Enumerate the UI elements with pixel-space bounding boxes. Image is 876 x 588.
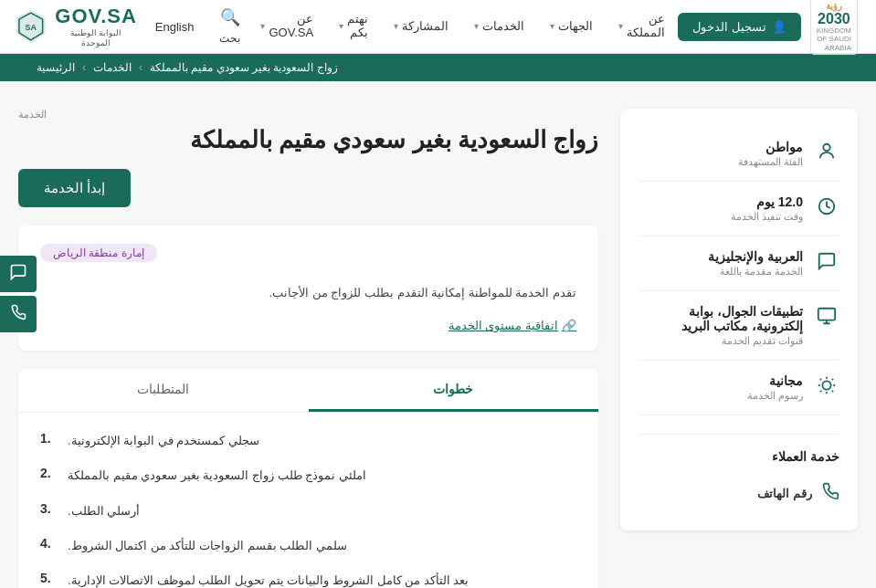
nav-label: الجهات bbox=[558, 19, 593, 33]
sidebar-item-channels: تطبيقات الجوال، بوابة إلكترونية، مكاتب ا… bbox=[639, 291, 839, 361]
sidebar-item-language: العربية والإنجليزية الخدمة مقدمة باللغة bbox=[639, 236, 839, 291]
tabs-header: خطوات المتطلبات bbox=[18, 369, 598, 413]
sidebar-item-fee: مجانية رسوم الخدمة bbox=[639, 361, 839, 415]
target-sublabel: الفئة المستهدفة bbox=[639, 156, 803, 168]
target-label: مواطن bbox=[639, 140, 803, 154]
cs-phone-item: رقم الهاتف bbox=[639, 475, 839, 512]
breadcrumb-sep: › bbox=[82, 61, 86, 74]
svg-rect-3 bbox=[818, 309, 835, 320]
tab-requirements[interactable]: المتطلبات bbox=[18, 369, 309, 412]
floating-side bbox=[0, 256, 37, 332]
breadcrumb-sep: › bbox=[139, 61, 142, 74]
step-item: .3 أرسلي الطلب. bbox=[40, 501, 576, 521]
breadcrumb-item-services[interactable]: الخدمات bbox=[93, 61, 132, 74]
nav-item-participation[interactable]: المشاركة ▾ bbox=[381, 0, 461, 54]
main-nav: عن المملكة ▾ الجهات ▾ الخدمات ▾ المشاركة… bbox=[248, 0, 678, 54]
step-item: .1 سجلي كمستخدم في البوابة الإلكترونية. bbox=[40, 431, 576, 451]
external-link-icon: 🔗 bbox=[562, 319, 576, 332]
start-service-button[interactable]: إبدأ الخدمة bbox=[18, 169, 131, 207]
svg-point-1 bbox=[823, 144, 829, 151]
tab-steps[interactable]: خطوات bbox=[309, 369, 599, 412]
main-content: الخدمة زواج السعودية بغير سعودي مقيم بال… bbox=[18, 109, 598, 588]
main-container: مواطن الفئة المستهدفة 12.0 يوم وقت تنفيذ… bbox=[0, 81, 876, 588]
nav-item-services[interactable]: الخدمات ▾ bbox=[461, 0, 537, 54]
govsa-subtitle: البوابة الوطنية الموحدة bbox=[55, 28, 137, 48]
nav-label: المشاركة bbox=[402, 19, 449, 33]
floating-chat-button[interactable] bbox=[0, 256, 37, 292]
channels-label: تطبيقات الجوال، بوابة إلكترونية، مكاتب ا… bbox=[639, 304, 803, 333]
header-right: رؤية 2030 KINGDOM OF SAUDI ARABIA 👤 تسجي… bbox=[678, 0, 858, 55]
login-button[interactable]: 👤 تسجيل الدخول bbox=[678, 13, 801, 41]
user-icon: 👤 bbox=[772, 20, 786, 34]
chevron-down-icon: ▾ bbox=[550, 21, 554, 31]
breadcrumb-item-home[interactable]: الرئيسية bbox=[37, 61, 75, 74]
fee-label: مجانية bbox=[639, 373, 803, 388]
phone-icon bbox=[821, 482, 839, 505]
nav-item-care[interactable]: نهتم بكم ▾ bbox=[326, 0, 381, 54]
svg-text:SA: SA bbox=[26, 23, 37, 32]
step-number: .4 bbox=[40, 536, 58, 551]
step-number: .3 bbox=[40, 501, 58, 516]
sidebar-item-target: مواطن الفئة المستهدفة bbox=[639, 127, 839, 182]
header-left: 🔍 بحث English GOV.SA البوابة الوطنية الم… bbox=[11, 4, 248, 50]
clock-icon bbox=[814, 196, 839, 221]
step-item: .2 املئي نموذج طلب زواج السعودية بغير سع… bbox=[40, 466, 576, 486]
service-meta: الخدمة bbox=[18, 109, 598, 121]
fee-sublabel: رسوم الخدمة bbox=[639, 390, 803, 402]
nav-item-entities[interactable]: الجهات ▾ bbox=[537, 0, 606, 54]
cs-title: خدمة العملاء bbox=[639, 449, 839, 464]
sla-link[interactable]: 🔗 اتفاقية مستوى الخدمة bbox=[449, 319, 576, 332]
chevron-down-icon: ▾ bbox=[618, 21, 623, 31]
person-icon bbox=[814, 142, 839, 166]
vision-year: 2030 bbox=[818, 12, 850, 26]
service-description: تقدم الخدمة للمواطنة إمكانية التقدم بطلب… bbox=[40, 282, 576, 303]
phone-float-icon bbox=[10, 304, 26, 325]
login-label: تسجيل الدخول bbox=[692, 20, 766, 34]
floating-phone-button[interactable] bbox=[0, 296, 37, 332]
tabs-area: خطوات المتطلبات .1 سجلي كمستخدم في البوا… bbox=[18, 369, 598, 588]
description-area: إمارة منطقة الرياض تقدم الخدمة للمواطنة … bbox=[18, 226, 598, 351]
search-icon: 🔍 bbox=[220, 8, 240, 26]
chat-icon bbox=[814, 251, 839, 276]
sidebar: مواطن الفئة المستهدفة 12.0 يوم وقت تنفيذ… bbox=[620, 109, 858, 530]
step-text: أرسلي الطلب. bbox=[68, 501, 140, 521]
customer-service: خدمة العملاء رقم الهاتف bbox=[639, 434, 839, 512]
chat-bubble-icon bbox=[9, 263, 27, 286]
monitor-icon bbox=[814, 306, 839, 331]
header: رؤية 2030 KINGDOM OF SAUDI ARABIA 👤 تسجي… bbox=[0, 0, 876, 54]
language-button[interactable]: English bbox=[148, 16, 202, 37]
nav-label: عن GOV.SA bbox=[269, 12, 313, 39]
search-label: بحث bbox=[219, 32, 240, 45]
search-button[interactable]: 🔍 بحث bbox=[212, 4, 248, 50]
nav-item-about-kingdom[interactable]: عن المملكة ▾ bbox=[606, 0, 678, 54]
govsa-text: GOV.SA bbox=[55, 5, 137, 28]
lang-available-label: العربية والإنجليزية bbox=[639, 249, 803, 264]
channels-sublabel: قنوات تقديم الخدمة bbox=[639, 335, 803, 347]
step-text: بعد التأكد من كامل الشروط والبيانات يتم … bbox=[68, 571, 469, 588]
govsa-emblem: SA bbox=[11, 8, 51, 45]
service-title: زواج السعودية بغير سعودي مقيم بالمملكة bbox=[18, 126, 598, 154]
vision-text: رؤية bbox=[826, 1, 842, 12]
riyadh-badge: إمارة منطقة الرياض bbox=[40, 244, 157, 262]
time-label: 12.0 يوم bbox=[639, 194, 803, 209]
step-number: .1 bbox=[40, 431, 58, 446]
lang-label: English bbox=[155, 20, 195, 34]
chevron-down-icon: ▾ bbox=[394, 21, 398, 31]
step-number: .5 bbox=[40, 571, 58, 585]
nav-label: عن المملكة bbox=[627, 12, 665, 39]
step-item: .5 بعد التأكد من كامل الشروط والبيانات ي… bbox=[40, 571, 576, 588]
step-text: املئي نموذج طلب زواج السعودية بغير سعودي… bbox=[68, 466, 366, 486]
nav-item-about-govsa[interactable]: عن GOV.SA ▾ bbox=[248, 0, 326, 54]
nav-label: الخدمات bbox=[482, 19, 524, 33]
step-text: سجلي كمستخدم في البوابة الإلكترونية. bbox=[68, 431, 259, 451]
step-item: .4 سلمي الطلب بقسم الزواجات للتأكد من اك… bbox=[40, 536, 576, 556]
govsa-logo: GOV.SA البوابة الوطنية الموحدة SA bbox=[11, 5, 137, 48]
lang-available-sublabel: الخدمة مقدمة باللغة bbox=[639, 266, 803, 278]
chevron-down-icon: ▾ bbox=[339, 21, 343, 31]
money-icon bbox=[814, 375, 839, 400]
breadcrumb: زواج السعودية بغير سعودي مقيم بالمملكة ›… bbox=[0, 54, 876, 81]
svg-point-4 bbox=[822, 381, 830, 389]
breadcrumb-item-marriage: زواج السعودية بغير سعودي مقيم بالمملكة bbox=[150, 61, 338, 74]
sidebar-item-time: 12.0 يوم وقت تنفيذ الخدمة bbox=[639, 182, 839, 236]
tabs-content: .1 سجلي كمستخدم في البوابة الإلكترونية. … bbox=[18, 413, 598, 588]
